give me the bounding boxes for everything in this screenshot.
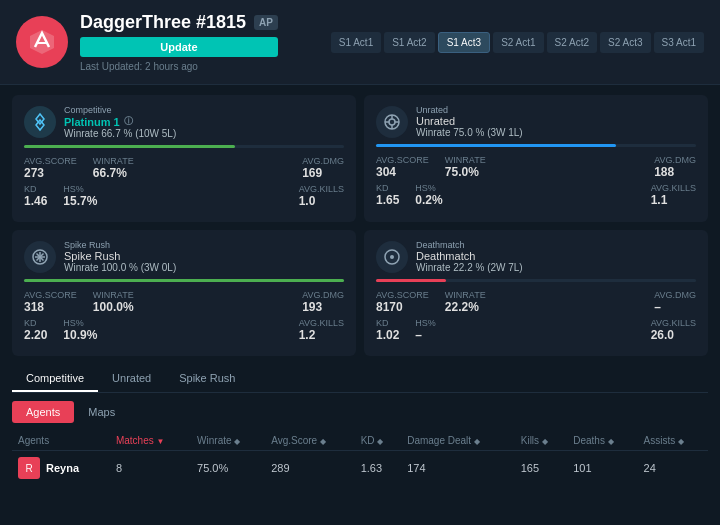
spike-rush-title: Spike Rush Spike Rush Winrate 100.0 % (3… [64,240,176,273]
competitive-icon [24,106,56,138]
unrated-stats-row2: KD 1.65 HS% 0.2% Avg.Kills 1.1 [376,183,696,207]
tab-competitive[interactable]: Competitive [12,366,98,392]
competitive-card: Competitive Platinum 1 ⓘ Winrate 66.7 % … [12,95,356,222]
winrate-cell: 75.0% [191,451,265,486]
agent-table: Agents Matches ▼ Winrate ◆ Avg.Score ◆ K… [12,431,708,485]
dm-stats-row1: Avg.Score 8170 Winrate 22.2% Avg.Dmg – [376,290,696,314]
tab-spike-rush[interactable]: Spike Rush [165,366,249,392]
unrated-progress [376,144,696,147]
competitive-stats-row1: Avg.Score 273 Winrate 66.7% Avg.Dmg 169 [24,156,344,180]
act-tab-s1act1[interactable]: S1 Act1 [331,32,381,53]
last-updated: Last Updated: 2 hours ago [80,61,278,72]
col-damage[interactable]: Damage Dealt ◆ [401,431,515,451]
damage-cell: 174 [401,451,515,486]
col-kd[interactable]: KD ◆ [355,431,402,451]
tab-unrated[interactable]: Unrated [98,366,165,392]
col-winrate[interactable]: Winrate ◆ [191,431,265,451]
deathmatch-icon [376,241,408,273]
unrated-stats-row1: Avg.Score 304 Winrate 75.0% Avg.Dmg 188 [376,155,696,179]
act-tabs: S1 Act1S1 Act2S1 Act3S2 Act1S2 Act2S2 Ac… [331,32,704,53]
table-row: R Reyna 8 75.0% 289 1.63 174 165 101 24 [12,451,708,486]
player-info: DaggerThree #1815 AP Update Last Updated… [80,12,278,72]
competitive-progress [24,145,344,148]
spike-stats-row1: Avg.Score 318 Winrate 100.0% Avg.Dmg 193 [24,290,344,314]
unrated-title: Unrated Unrated Winrate 75.0 % (3W 1L) [416,105,523,138]
card-header-unrated: Unrated Unrated Winrate 75.0 % (3W 1L) [376,105,696,138]
assists-cell: 24 [638,451,708,486]
deathmatch-title: Deathmatch Deathmatch Winrate 22.2 % (2W… [416,240,523,273]
kd-cell: 1.63 [355,451,402,486]
avg-score-stat: Avg.Score 273 [24,156,77,180]
mode-tabs: Competitive Unrated Spike Rush [12,366,708,393]
act-tab-s3act1[interactable]: S3 Act1 [654,32,704,53]
col-deaths[interactable]: Deaths ◆ [567,431,637,451]
update-button[interactable]: Update [80,37,278,57]
spike-rush-card: Spike Rush Spike Rush Winrate 100.0 % (3… [12,230,356,356]
dm-stats-row2: KD 1.02 HS% – Avg.Kills 26.0 [376,318,696,342]
col-avg-score[interactable]: Avg.Score ◆ [265,431,355,451]
competitive-stats-row2: KD 1.46 HS% 15.7% Avg.Kills 1.0 [24,184,344,208]
hs-stat: HS% 15.7% [63,184,97,208]
kd-stat: KD 1.46 [24,184,47,208]
card-header-dm: Deathmatch Deathmatch Winrate 22.2 % (2W… [376,240,696,273]
col-matches[interactable]: Matches ▼ [110,431,191,451]
act-tab-s2act2[interactable]: S2 Act2 [547,32,597,53]
player-name: DaggerThree #1815 AP [80,12,278,33]
bottom-section: Competitive Unrated Spike Rush Agents Ma… [0,366,720,485]
unrated-card: Unrated Unrated Winrate 75.0 % (3W 1L) A… [364,95,708,222]
spike-progress [24,279,344,282]
avatar [16,16,68,68]
sub-tabs: Agents Maps [12,401,708,423]
tab-agents[interactable]: Agents [12,401,74,423]
avg-kills-stat: Avg.Kills 1.0 [299,184,344,208]
col-agents: Agents [12,431,110,451]
card-header-competitive: Competitive Platinum 1 ⓘ Winrate 66.7 % … [24,105,344,139]
col-assists[interactable]: Assists ◆ [638,431,708,451]
agent-avatar: R [18,457,40,479]
dm-progress [376,279,696,282]
col-kills[interactable]: Kills ◆ [515,431,567,451]
tab-maps[interactable]: Maps [74,401,129,423]
header: DaggerThree #1815 AP Update Last Updated… [0,0,720,85]
agent-name: Reyna [46,462,79,474]
deathmatch-card: Deathmatch Deathmatch Winrate 22.2 % (2W… [364,230,708,356]
competitive-title: Competitive Platinum 1 ⓘ Winrate 66.7 % … [64,105,176,139]
winrate-stat: Winrate 66.7% [93,156,134,180]
table-header-row: Agents Matches ▼ Winrate ◆ Avg.Score ◆ K… [12,431,708,451]
ap-badge: AP [254,15,278,30]
deaths-cell: 101 [567,451,637,486]
agent-cell: R Reyna [12,451,110,485]
kills-cell: 165 [515,451,567,486]
svg-point-14 [390,255,394,259]
act-tab-s1act2[interactable]: S1 Act2 [384,32,434,53]
svg-point-3 [389,119,395,125]
act-tab-s2act3[interactable]: S2 Act3 [600,32,650,53]
stats-grid: Competitive Platinum 1 ⓘ Winrate 66.7 % … [0,85,720,366]
avg-score-cell: 289 [265,451,355,486]
act-tab-s1act3[interactable]: S1 Act3 [438,32,490,53]
spike-rush-icon [24,241,56,273]
avg-dmg-stat: Avg.Dmg 169 [302,156,344,180]
card-header-spike: Spike Rush Spike Rush Winrate 100.0 % (3… [24,240,344,273]
unrated-icon [376,106,408,138]
matches-cell: 8 [110,451,191,486]
act-tab-s2act1[interactable]: S2 Act1 [493,32,543,53]
spike-stats-row2: KD 2.20 HS% 10.9% Avg.Kills 1.2 [24,318,344,342]
